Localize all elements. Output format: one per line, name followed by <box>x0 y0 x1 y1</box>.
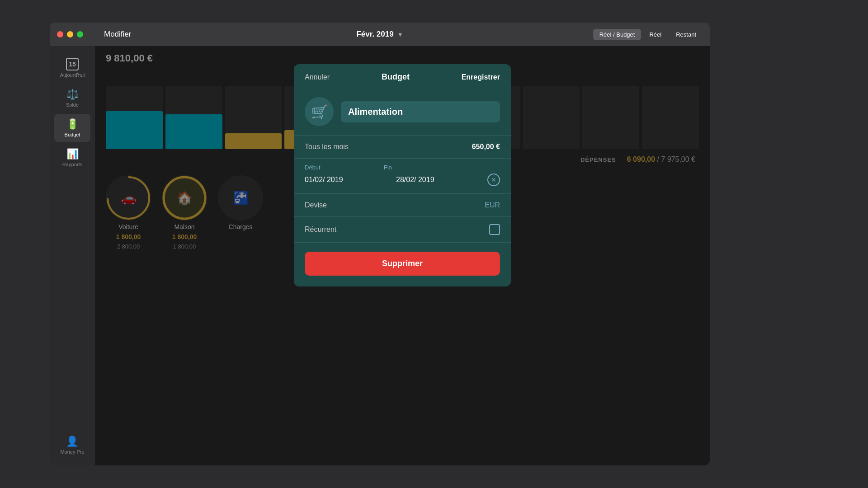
delete-button[interactable]: Supprimer <box>305 252 500 276</box>
date-labels: Début Fin <box>305 164 500 171</box>
sidebar-item-label: Budget <box>65 132 80 137</box>
app-name-label: Money Pro <box>60 449 84 455</box>
budget-modal: Annuler Budget Enregistrer 🛒 Alimenta <box>294 64 511 286</box>
main-layout: 15 Aujourd'hui ⚖️ Solde 🔋 Budget 📊 Rappo… <box>50 46 710 465</box>
save-button[interactable]: Enregistrer <box>462 73 500 81</box>
view-reel-budget-button[interactable]: Réel / Budget <box>593 29 642 40</box>
category-row: 🛒 Alimentation <box>294 90 511 136</box>
category-icon: 🛒 <box>305 97 334 126</box>
modal-body: 🛒 Alimentation Tous les mois 650,00 € <box>294 90 511 286</box>
window-title: Févr. 2019 ▼ <box>356 30 403 39</box>
sidebar-item-budget[interactable]: 🔋 Budget <box>54 114 90 142</box>
date-inputs: ✕ <box>305 174 500 186</box>
view-toggle-group: Réel / Budget Réel Restant <box>593 29 703 40</box>
monthly-amount: 650,00 € <box>472 143 500 151</box>
sidebar: 15 Aujourd'hui ⚖️ Solde 🔋 Budget 📊 Rappo… <box>50 46 95 465</box>
traffic-lights <box>57 31 83 38</box>
food-basket-icon: 🛒 <box>311 104 328 120</box>
sidebar-item-aujourd-hui[interactable]: 15 Aujourd'hui <box>54 53 90 82</box>
end-label: Fin <box>384 164 392 171</box>
recurrent-row: Récurrent <box>294 217 511 243</box>
modifier-label: Modifier <box>104 30 131 39</box>
minimize-button[interactable] <box>67 31 73 38</box>
monthly-label: Tous les mois <box>305 143 349 151</box>
sidebar-item-label: Solde <box>66 102 79 108</box>
sidebar-item-solde[interactable]: ⚖️ Solde <box>54 84 90 112</box>
category-name-box[interactable]: Alimentation <box>341 101 500 122</box>
start-label: Début <box>305 164 321 171</box>
app-window: Modifier Févr. 2019 ▼ Réel / Budget Réel… <box>50 23 710 465</box>
titlebar: Modifier Févr. 2019 ▼ Réel / Budget Réel… <box>50 23 710 46</box>
reports-icon: 📊 <box>66 148 79 160</box>
calendar-day: 15 <box>69 61 76 67</box>
end-date-input[interactable] <box>396 176 484 184</box>
devise-row: Devise EUR <box>294 194 511 217</box>
devise-label: Devise <box>305 201 327 209</box>
start-date-input[interactable] <box>305 176 392 184</box>
content-area: 9 810,00 € <box>95 46 710 465</box>
modal-header: Annuler Budget Enregistrer <box>294 64 511 90</box>
sidebar-item-label: Aujourd'hui <box>60 72 85 78</box>
monthly-row: Tous les mois 650,00 € <box>294 136 511 159</box>
modal-overlay: Annuler Budget Enregistrer 🛒 Alimenta <box>95 46 710 465</box>
month-year-label: Févr. 2019 <box>356 30 393 39</box>
chevron-down-icon[interactable]: ▼ <box>397 31 403 38</box>
balance-icon: ⚖️ <box>66 89 79 100</box>
sidebar-item-rapports[interactable]: 📊 Rapports <box>54 144 90 172</box>
calendar-icon: 15 <box>66 58 79 70</box>
devise-value: EUR <box>485 201 500 209</box>
view-restant-button[interactable]: Restant <box>670 29 703 40</box>
recurrent-label: Récurrent <box>305 225 336 234</box>
budget-icon: 🔋 <box>66 118 79 130</box>
category-name-text: Alimentation <box>348 107 403 117</box>
cancel-button[interactable]: Annuler <box>305 73 330 81</box>
sidebar-bottom: 👤 Money Pro <box>57 432 88 458</box>
user-icon: 👤 <box>66 436 78 447</box>
money-pro-button[interactable]: 👤 Money Pro <box>57 432 88 458</box>
modal-title: Budget <box>382 72 410 82</box>
date-row: Début Fin ✕ <box>294 159 511 194</box>
sidebar-item-label: Rapports <box>62 162 83 167</box>
maximize-button[interactable] <box>77 31 83 38</box>
view-reel-button[interactable]: Réel <box>643 29 668 40</box>
clear-date-button[interactable]: ✕ <box>487 174 500 186</box>
recurrent-checkbox[interactable] <box>489 224 500 235</box>
close-button[interactable] <box>57 31 63 38</box>
